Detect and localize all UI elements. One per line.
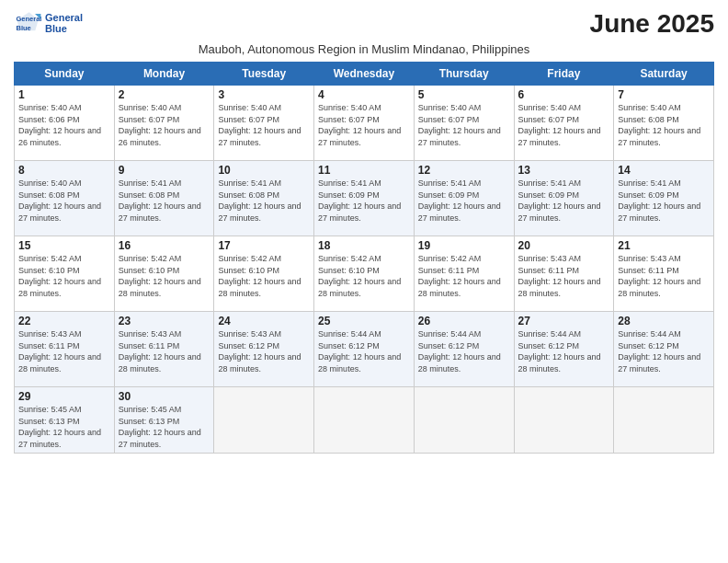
- subtitle: Mauboh, Autonomous Region in Muslim Mind…: [14, 42, 714, 56]
- day-info: Sunrise: 5:44 AMSunset: 6:12 PMDaylight:…: [318, 329, 401, 373]
- day-info: Sunrise: 5:42 AMSunset: 6:10 PMDaylight:…: [318, 254, 401, 298]
- header-sunday: Sunday: [15, 63, 115, 86]
- day-info: Sunrise: 5:41 AMSunset: 6:09 PMDaylight:…: [518, 178, 601, 223]
- day-info: Sunrise: 5:41 AMSunset: 6:09 PMDaylight:…: [418, 178, 501, 223]
- calendar-cell: [214, 387, 314, 454]
- week-row-3: 15 Sunrise: 5:42 AMSunset: 6:10 PMDaylig…: [15, 236, 714, 312]
- day-number: 6: [518, 88, 610, 101]
- calendar-cell: 12 Sunrise: 5:41 AMSunset: 6:09 PMDaylig…: [414, 161, 514, 236]
- day-info: Sunrise: 5:43 AMSunset: 6:11 PMDaylight:…: [618, 254, 700, 298]
- calendar-cell: 22 Sunrise: 5:43 AMSunset: 6:11 PMDaylig…: [15, 312, 115, 387]
- logo: General Blue General Blue: [14, 9, 83, 37]
- calendar-cell: 25 Sunrise: 5:44 AMSunset: 6:12 PMDaylig…: [314, 312, 415, 387]
- calendar-cell: 8 Sunrise: 5:40 AMSunset: 6:08 PMDayligh…: [15, 161, 115, 236]
- day-info: Sunrise: 5:45 AMSunset: 6:13 PMDaylight:…: [119, 405, 201, 449]
- day-number: 10: [218, 164, 310, 177]
- day-info: Sunrise: 5:44 AMSunset: 6:12 PMDaylight:…: [618, 329, 700, 373]
- day-info: Sunrise: 5:41 AMSunset: 6:08 PMDaylight:…: [218, 178, 301, 223]
- day-info: Sunrise: 5:41 AMSunset: 6:09 PMDaylight:…: [318, 178, 401, 223]
- calendar-cell: 29 Sunrise: 5:45 AMSunset: 6:13 PMDaylig…: [15, 387, 115, 454]
- day-number: 22: [18, 315, 110, 327]
- calendar-cell: 28 Sunrise: 5:44 AMSunset: 6:12 PMDaylig…: [614, 312, 714, 387]
- day-info: Sunrise: 5:40 AMSunset: 6:08 PMDaylight:…: [618, 103, 700, 147]
- calendar-cell: 5 Sunrise: 5:40 AMSunset: 6:07 PMDayligh…: [414, 86, 514, 161]
- day-info: Sunrise: 5:40 AMSunset: 6:07 PMDaylight:…: [418, 103, 501, 147]
- calendar-cell: [514, 387, 614, 454]
- day-number: 4: [318, 88, 410, 101]
- day-info: Sunrise: 5:41 AMSunset: 6:08 PMDaylight:…: [119, 178, 201, 223]
- calendar-cell: 15 Sunrise: 5:42 AMSunset: 6:10 PMDaylig…: [15, 236, 115, 312]
- week-row-1: 1 Sunrise: 5:40 AMSunset: 6:06 PMDayligh…: [15, 86, 714, 161]
- page: General Blue General Blue June 2025 Maub…: [0, 0, 728, 563]
- day-info: Sunrise: 5:44 AMSunset: 6:12 PMDaylight:…: [418, 329, 501, 373]
- day-number: 15: [18, 239, 110, 252]
- day-number: 8: [18, 164, 110, 177]
- day-number: 26: [418, 315, 510, 327]
- day-number: 13: [518, 164, 610, 177]
- day-number: 25: [318, 315, 410, 327]
- calendar-cell: 27 Sunrise: 5:44 AMSunset: 6:12 PMDaylig…: [514, 312, 614, 387]
- header-friday: Friday: [514, 63, 614, 86]
- calendar-cell: 30 Sunrise: 5:45 AMSunset: 6:13 PMDaylig…: [114, 387, 214, 454]
- calendar-cell: 18 Sunrise: 5:42 AMSunset: 6:10 PMDaylig…: [314, 236, 415, 312]
- day-number: 20: [518, 239, 610, 252]
- calendar-cell: 26 Sunrise: 5:44 AMSunset: 6:12 PMDaylig…: [414, 312, 514, 387]
- day-info: Sunrise: 5:43 AMSunset: 6:11 PMDaylight:…: [518, 254, 601, 298]
- day-info: Sunrise: 5:41 AMSunset: 6:09 PMDaylight:…: [618, 178, 700, 223]
- calendar-cell: 10 Sunrise: 5:41 AMSunset: 6:08 PMDaylig…: [214, 161, 314, 236]
- week-row-2: 8 Sunrise: 5:40 AMSunset: 6:08 PMDayligh…: [15, 161, 714, 236]
- day-number: 29: [18, 390, 110, 403]
- week-row-5: 29 Sunrise: 5:45 AMSunset: 6:13 PMDaylig…: [15, 387, 714, 454]
- calendar-cell: 21 Sunrise: 5:43 AMSunset: 6:11 PMDaylig…: [614, 236, 714, 312]
- logo-icon: General Blue: [14, 9, 41, 37]
- calendar-cell: 11 Sunrise: 5:41 AMSunset: 6:09 PMDaylig…: [314, 161, 415, 236]
- svg-text:General: General: [17, 15, 42, 23]
- day-number: 2: [119, 88, 210, 101]
- day-info: Sunrise: 5:40 AMSunset: 6:06 PMDaylight:…: [18, 103, 101, 147]
- day-info: Sunrise: 5:40 AMSunset: 6:08 PMDaylight:…: [18, 178, 101, 223]
- month-title: June 2025: [590, 9, 714, 39]
- calendar-cell: 14 Sunrise: 5:41 AMSunset: 6:09 PMDaylig…: [614, 161, 714, 236]
- calendar-cell: 4 Sunrise: 5:40 AMSunset: 6:07 PMDayligh…: [314, 86, 415, 161]
- calendar-cell: 7 Sunrise: 5:40 AMSunset: 6:08 PMDayligh…: [614, 86, 714, 161]
- day-number: 21: [618, 239, 710, 252]
- calendar-cell: [414, 387, 514, 454]
- calendar-table: Sunday Monday Tuesday Wednesday Thursday…: [14, 62, 714, 454]
- calendar-cell: 19 Sunrise: 5:42 AMSunset: 6:11 PMDaylig…: [414, 236, 514, 312]
- day-info: Sunrise: 5:40 AMSunset: 6:07 PMDaylight:…: [119, 103, 201, 147]
- header-tuesday: Tuesday: [214, 63, 314, 86]
- logo-text: General Blue: [45, 12, 83, 34]
- day-number: 11: [318, 164, 410, 177]
- day-info: Sunrise: 5:42 AMSunset: 6:10 PMDaylight:…: [18, 254, 101, 298]
- header: General Blue General Blue June 2025: [14, 9, 714, 39]
- calendar-cell: 13 Sunrise: 5:41 AMSunset: 6:09 PMDaylig…: [514, 161, 614, 236]
- day-number: 16: [119, 239, 210, 252]
- day-number: 7: [618, 88, 710, 101]
- day-number: 17: [218, 239, 310, 252]
- day-number: 3: [218, 88, 310, 101]
- day-info: Sunrise: 5:40 AMSunset: 6:07 PMDaylight:…: [518, 103, 601, 147]
- calendar-cell: 2 Sunrise: 5:40 AMSunset: 6:07 PMDayligh…: [114, 86, 214, 161]
- header-wednesday: Wednesday: [314, 63, 415, 86]
- calendar-cell: [314, 387, 415, 454]
- day-info: Sunrise: 5:44 AMSunset: 6:12 PMDaylight:…: [518, 329, 601, 373]
- calendar-cell: 20 Sunrise: 5:43 AMSunset: 6:11 PMDaylig…: [514, 236, 614, 312]
- day-number: 9: [119, 164, 210, 177]
- day-info: Sunrise: 5:42 AMSunset: 6:10 PMDaylight:…: [218, 254, 301, 298]
- day-info: Sunrise: 5:43 AMSunset: 6:11 PMDaylight:…: [119, 329, 201, 373]
- day-number: 28: [618, 315, 710, 327]
- day-number: 5: [418, 88, 510, 101]
- day-number: 30: [119, 390, 210, 403]
- calendar-cell: 6 Sunrise: 5:40 AMSunset: 6:07 PMDayligh…: [514, 86, 614, 161]
- calendar-cell: 3 Sunrise: 5:40 AMSunset: 6:07 PMDayligh…: [214, 86, 314, 161]
- weekday-header-row: Sunday Monday Tuesday Wednesday Thursday…: [15, 63, 714, 86]
- calendar-cell: 24 Sunrise: 5:43 AMSunset: 6:12 PMDaylig…: [214, 312, 314, 387]
- header-monday: Monday: [114, 63, 214, 86]
- day-number: 24: [218, 315, 310, 327]
- calendar-cell: 1 Sunrise: 5:40 AMSunset: 6:06 PMDayligh…: [15, 86, 115, 161]
- day-info: Sunrise: 5:45 AMSunset: 6:13 PMDaylight:…: [18, 405, 101, 449]
- calendar-cell: 16 Sunrise: 5:42 AMSunset: 6:10 PMDaylig…: [114, 236, 214, 312]
- day-info: Sunrise: 5:40 AMSunset: 6:07 PMDaylight:…: [218, 103, 301, 147]
- week-row-4: 22 Sunrise: 5:43 AMSunset: 6:11 PMDaylig…: [15, 312, 714, 387]
- day-number: 12: [418, 164, 510, 177]
